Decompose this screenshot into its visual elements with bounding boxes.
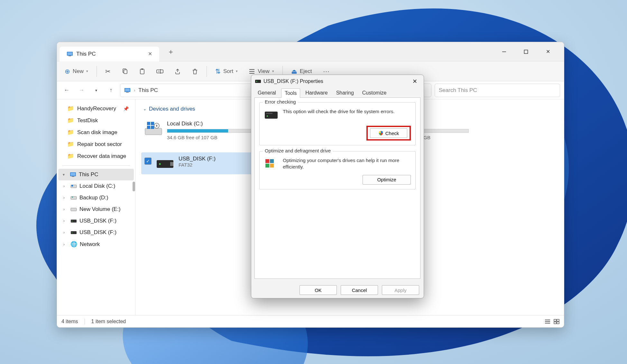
tree-new-volume-e[interactable]: ›New Volume (E:)	[58, 204, 134, 215]
chevron-right-icon[interactable]: ›	[63, 230, 68, 235]
recent-dropdown[interactable]: ▾	[90, 85, 102, 96]
sidebar-item-handyrecovery[interactable]: 📁HandyRecovery📌	[58, 103, 134, 114]
tree-network[interactable]: ›🌐Network	[58, 238, 134, 250]
minimize-button[interactable]	[500, 47, 509, 56]
up-button[interactable]: ↑	[105, 85, 117, 96]
maximize-button[interactable]	[521, 47, 530, 56]
svg-rect-46	[554, 319, 556, 321]
svg-point-30	[72, 232, 72, 233]
ok-button[interactable]: OK	[300, 285, 337, 295]
view-label: View	[258, 68, 270, 75]
drive-capacity-bar	[167, 129, 257, 133]
status-item-count: 4 items	[61, 319, 78, 324]
usb-icon	[255, 79, 261, 83]
svg-rect-37	[156, 125, 157, 127]
tree-local-disk-c[interactable]: ›Local Disk (C:)	[58, 180, 134, 192]
dialog-tabs: General Tools Hardware Sharing Customize	[251, 88, 424, 97]
check-button[interactable]: Check	[370, 128, 407, 138]
copy-button[interactable]	[117, 66, 133, 77]
drive-icon	[70, 184, 77, 188]
cancel-button[interactable]: Cancel	[341, 285, 378, 295]
tree-usb-disk-f-1[interactable]: ›USB_DISK (F:)	[58, 215, 134, 227]
pin-icon: 📌	[123, 106, 129, 111]
new-button[interactable]: ⊕ New ▾	[60, 65, 93, 78]
sidebar-item-label: Repair boot sector	[77, 141, 122, 148]
more-icon: ⋯	[323, 68, 329, 75]
svg-rect-42	[170, 162, 173, 166]
svg-point-41	[159, 163, 161, 165]
dialog-close-button[interactable]: ✕	[410, 77, 420, 86]
sidebar-item-repair-boot-sector[interactable]: 📁Repair boot sector	[58, 138, 134, 150]
svg-rect-31	[145, 128, 162, 135]
chevron-down-icon[interactable]: ▾	[63, 172, 67, 177]
apply-button[interactable]: Apply	[382, 285, 419, 295]
chevron-right-icon[interactable]: ›	[63, 184, 68, 188]
titlebar[interactable]: This PC ✕ ＋ ✕	[57, 42, 564, 61]
svg-rect-34	[147, 126, 150, 129]
chevron-down-icon: ▾	[236, 69, 238, 73]
tab-sharing[interactable]: Sharing	[333, 88, 357, 97]
usb-icon	[70, 219, 77, 223]
ok-label: OK	[315, 287, 322, 293]
delete-button[interactable]	[187, 66, 203, 77]
search-input[interactable]: Search This PC	[435, 84, 560, 97]
chevron-down-icon: ⌄	[143, 107, 146, 111]
tiles-view-button[interactable]	[554, 319, 559, 324]
sidebar[interactable]: 📁HandyRecovery📌 📁TestDisk 📁Scan disk ima…	[57, 99, 135, 315]
sort-button[interactable]: ⇅ Sort ▾	[211, 65, 242, 78]
cut-button[interactable]: ✂	[101, 65, 115, 78]
defrag-icon	[264, 157, 278, 170]
tree-label: USB_DISK (F:)	[79, 218, 116, 224]
tab-tools[interactable]: Tools	[281, 88, 300, 98]
svg-rect-48	[554, 322, 556, 324]
dialog-titlebar[interactable]: USB_DISK (F:) Properties ✕	[251, 75, 424, 88]
sidebar-item-testdisk[interactable]: 📁TestDisk	[58, 114, 134, 126]
sidebar-item-scan-disk-image[interactable]: 📁Scan disk image	[58, 126, 134, 138]
tab-hardware[interactable]: Hardware	[302, 88, 331, 97]
tree-label: Local Disk (C:)	[79, 183, 115, 189]
optimize-button[interactable]: Optimize	[363, 175, 411, 185]
chevron-right-icon[interactable]: ›	[63, 242, 68, 247]
svg-rect-49	[557, 322, 559, 324]
tab-close-button[interactable]: ✕	[148, 51, 152, 57]
sidebar-scrollbar-thumb[interactable]	[133, 182, 135, 191]
chevron-right-icon[interactable]: ›	[63, 219, 68, 223]
tree-backup-d[interactable]: ›Backup (D:)	[58, 192, 134, 204]
svg-text:A: A	[158, 70, 160, 73]
chevron-right-icon[interactable]: ›	[63, 207, 68, 212]
svg-rect-32	[147, 122, 150, 125]
tab-this-pc[interactable]: This PC ✕	[60, 47, 159, 61]
tree-usb-disk-f-2[interactable]: ›USB_DISK (F:)	[58, 227, 134, 238]
svg-rect-58	[270, 164, 274, 168]
drive-icon	[70, 207, 77, 212]
drive-local-disk-c[interactable]: Local Disk (C:) 34.6 GB free of 107 GB	[141, 117, 260, 143]
folder-icon: 📁	[67, 129, 74, 136]
svg-rect-55	[265, 159, 269, 163]
separator	[207, 66, 207, 77]
tree-this-pc[interactable]: ▾ This PC	[58, 169, 134, 180]
share-button[interactable]	[170, 66, 185, 77]
rename-button[interactable]: A	[152, 66, 168, 77]
drive-checkbox[interactable]: ✓	[144, 158, 152, 165]
sidebar-item-label: Recover data image	[77, 153, 126, 159]
new-tab-button[interactable]: ＋	[164, 45, 177, 58]
svg-rect-57	[265, 164, 269, 168]
back-button[interactable]: ←	[61, 85, 72, 96]
tab-general[interactable]: General	[254, 88, 279, 97]
search-placeholder: Search This PC	[439, 87, 477, 94]
close-button[interactable]: ✕	[543, 47, 552, 56]
svg-rect-9	[141, 68, 143, 70]
this-pc-icon	[67, 51, 73, 57]
sidebar-item-recover-data-image[interactable]: 📁Recover data image	[58, 150, 134, 162]
paste-button[interactable]	[134, 66, 150, 77]
chevron-right-icon[interactable]: ›	[63, 196, 68, 200]
tree-label: Network	[80, 241, 100, 248]
drive-usb-disk-f[interactable]: ✓ USB_DISK (F:) FAT32	[141, 152, 263, 174]
svg-rect-20	[71, 173, 76, 176]
details-view-button[interactable]	[545, 319, 550, 324]
forward-button[interactable]: →	[76, 85, 87, 96]
sidebar-item-label: TestDisk	[77, 117, 98, 124]
tab-customize[interactable]: Customize	[359, 88, 390, 97]
svg-rect-29	[71, 231, 77, 234]
view-icon	[249, 68, 255, 74]
